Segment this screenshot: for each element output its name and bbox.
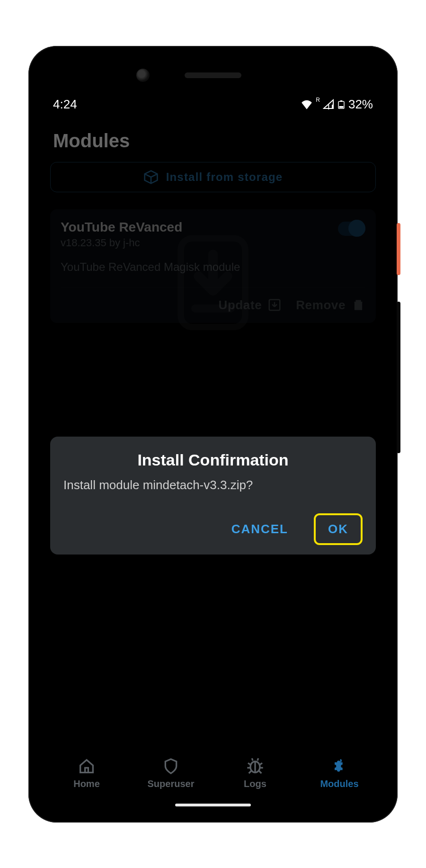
- home-indicator: [175, 804, 251, 806]
- dialog-title: Install Confirmation: [63, 451, 363, 469]
- page-title: Modules: [53, 130, 373, 152]
- front-camera: [136, 69, 150, 82]
- home-icon: [77, 757, 96, 776]
- screen: 4:24 R ! 32% Modules: [40, 91, 386, 811]
- content-area: Install from storage YouTube ReVanced v1…: [40, 162, 386, 747]
- wifi-icon: [301, 98, 313, 111]
- nav-superuser[interactable]: Superuser: [129, 757, 213, 789]
- nav-superuser-label: Superuser: [148, 779, 195, 789]
- speaker-grille: [185, 72, 241, 78]
- nav-home[interactable]: Home: [44, 757, 129, 789]
- power-button: [397, 223, 400, 275]
- signal-icon: !: [323, 99, 334, 110]
- install-from-storage-button[interactable]: Install from storage: [50, 162, 376, 192]
- download-background-icon: [173, 233, 253, 332]
- battery-icon: [337, 98, 346, 111]
- status-right: R ! 32%: [301, 97, 373, 112]
- nav-logs-label: Logs: [244, 779, 266, 789]
- dialog-actions: CANCEL OK: [63, 513, 363, 545]
- module-subtitle: v18.23.35 by j-hc: [61, 237, 182, 249]
- shield-icon: [161, 757, 180, 776]
- svg-rect-0: [332, 105, 333, 108]
- svg-rect-7: [269, 300, 280, 311]
- page-header: Modules: [40, 118, 386, 162]
- svg-rect-4: [339, 106, 343, 108]
- volume-button: [397, 302, 400, 453]
- status-bar: 4:24 R ! 32%: [40, 91, 386, 118]
- bug-icon: [246, 757, 265, 776]
- roaming-indicator: R: [316, 97, 320, 103]
- nav-modules-label: Modules: [320, 779, 358, 789]
- download-icon: [267, 298, 282, 312]
- install-confirmation-dialog: Install Confirmation Install module mind…: [50, 437, 376, 555]
- remove-button[interactable]: Remove: [296, 298, 365, 313]
- battery-percent: 32%: [348, 97, 373, 112]
- ok-button[interactable]: OK: [314, 513, 363, 545]
- bottom-nav: Home Superuser Logs Modules: [40, 747, 386, 811]
- dialog-message: Install module mindetach-v3.3.zip?: [63, 478, 363, 492]
- remove-label: Remove: [296, 298, 346, 313]
- svg-text:!: !: [328, 103, 330, 110]
- cancel-button[interactable]: CANCEL: [219, 515, 301, 543]
- install-button-label: Install from storage: [166, 170, 283, 184]
- module-title: YouTube ReVanced: [61, 220, 182, 235]
- module-toggle[interactable]: [338, 222, 365, 236]
- nav-logs[interactable]: Logs: [213, 757, 297, 789]
- svg-rect-3: [340, 100, 343, 101]
- trash-icon: [351, 298, 365, 312]
- box-icon: [143, 170, 159, 185]
- clock: 4:24: [53, 97, 77, 112]
- nav-modules[interactable]: Modules: [297, 757, 382, 789]
- puzzle-icon: [330, 757, 349, 776]
- phone-frame: 4:24 R ! 32% Modules: [28, 46, 398, 823]
- nav-home-label: Home: [73, 779, 100, 789]
